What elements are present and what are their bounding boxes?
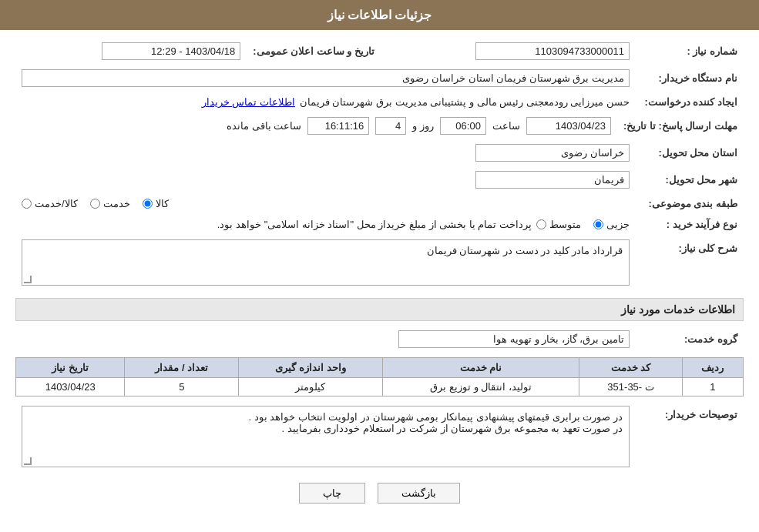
creator-label: ایجاد کننده درخواست: [636,93,744,111]
radio-goods-service-label: کالا/خدمت [35,198,78,209]
contact-link[interactable]: اطلاعات تماس خریدار [202,96,295,108]
need-number-label: شماره نیاز : [636,39,744,63]
col-name: نام خدمت [382,358,579,378]
radio-service[interactable] [90,199,100,209]
buyer-notes-line1: در صورت برابری قیمتهای پیشنهادی پیمانکار… [29,411,623,423]
info-table-buyer-notes: توصیحات خریدار: در صورت برابری قیمتهای پ… [15,403,744,470]
buyer-org-label: نام دستگاه خریدار: [636,66,744,90]
need-desc-value: قرارداد مادر کلید در دست در شهرستان فریم… [15,236,636,289]
category-label: طبقه بندی موضوعی: [636,195,744,212]
page-wrapper: جزئیات اطلاعات نیاز شماره نیاز : 1103094… [0,0,759,532]
province-label: استان محل تحویل: [636,141,744,165]
province-field: خراسان رضوی [475,144,630,162]
info-table-row2: نام دستگاه خریدار: مدیریت برق شهرستان فر… [15,66,744,90]
print-button[interactable]: چاپ [299,483,365,504]
deadline-time-field: 06:00 [440,117,486,135]
col-unit: واحد اندازه گیری [239,358,382,378]
cell-name: تولید، انتقال و توزیع برق [382,378,579,396]
purchase-radio-group: متوسط جزیی [536,219,630,230]
service-table: ردیف کد خدمت نام خدمت واحد اندازه گیری ت… [15,357,744,396]
info-table-service-group: گروه خدمت: تامین برق، گاز، بخار و تهویه … [15,327,744,351]
need-number-field: 1103094733000011 [475,42,630,60]
creator-text: حسن میرزایی رودمعجنی رئیس مالی و پشتیبان… [300,96,630,108]
province-value: خراسان رضوی [15,141,636,165]
page-header: جزئیات اطلاعات نیاز [0,0,759,30]
city-field: فریمان [475,171,630,189]
service-group-label: گروه خدمت: [636,327,744,351]
radio-goods-service[interactable] [22,199,32,209]
radio-goods[interactable] [143,199,153,209]
city-value: فریمان [15,168,636,192]
col-code: کد خدمت [579,358,682,378]
radio-goods-label: کالا [156,198,169,209]
buyer-notes-value: در صورت برابری قیمتهای پیشنهادی پیمانکار… [15,403,636,470]
purchase-type-value: متوسط جزیی پرداخت تمام یا بخشی از مبلغ خ… [15,216,636,233]
announce-date-field: 1403/04/18 - 12:29 [102,42,240,60]
purchase-type-label: نوع فرآیند خرید : [636,216,744,233]
deadline-date-field: 1403/04/23 [526,117,611,135]
info-table-row5: استان محل تحویل: خراسان رضوی [15,141,744,165]
radio-item-goods-service[interactable]: کالا/خدمت [22,198,78,209]
col-qty: تعداد / مقدار [125,358,239,378]
buyer-notes-line2: در صورت تعهد به مجموعه برق شهرستان از شر… [29,423,623,434]
radio-medium[interactable] [536,219,546,229]
need-desc-text: قرارداد مادر کلید در دست در شهرستان فریم… [427,245,623,256]
category-value: کالا/خدمت خدمت کالا [15,195,636,212]
cell-code: ت -35-351 [579,378,682,396]
cell-qty: 5 [125,378,239,396]
buyer-notes-label: توصیحات خریدار: [636,403,744,470]
button-row: بازگشت چاپ [15,483,744,504]
deadline-days-field: 4 [375,117,406,135]
category-radio-group: کالا/خدمت خدمت کالا [22,198,630,209]
main-content: شماره نیاز : 1103094733000011 تاریخ و سا… [0,30,759,525]
table-row: 1 ت -35-351 تولید، انتقال و توزیع برق کی… [16,378,744,396]
need-desc-label: شرح کلی نیاز: [636,236,744,289]
radio-medium-label: متوسط [549,219,581,230]
radio-item-goods[interactable]: کالا [143,198,169,209]
city-label: شهر محل تحویل: [636,168,744,192]
purchase-note: پرداخت تمام یا بخشی از مبلغ خریداز محل "… [217,219,532,230]
cell-unit: کیلومتر [239,378,382,396]
announce-date-value: 1403/04/18 - 12:29 [15,39,247,63]
deadline-days-label: روز و [412,120,434,132]
deadline-label: مهلت ارسال پاسخ: تا تاریخ: [617,114,744,138]
radio-partial-label: جزیی [606,219,630,230]
need-desc-box: قرارداد مادر کلید در دست در شهرستان فریم… [22,239,630,286]
col-row: ردیف [682,358,743,378]
notes-resize-handle [24,457,32,465]
need-number-value: 1103094733000011 [381,39,636,63]
deadline-remaining-field: 16:11:16 [307,117,369,135]
info-table-row7: طبقه بندی موضوعی: کالا/خدمت خدمت کالا [15,195,744,212]
creator-value: حسن میرزایی رودمعجنی رئیس مالی و پشتیبان… [15,93,636,111]
cell-date: 1403/04/23 [16,378,125,396]
radio-item-medium[interactable]: متوسط [536,219,581,230]
info-table-row6: شهر محل تحویل: فریمان [15,168,744,192]
deadline-value: 1403/04/23 ساعت 06:00 روز و 4 16:11:16 س… [15,114,617,138]
back-button[interactable]: بازگشت [378,483,460,504]
buyer-org-value: مدیریت برق شهرستان فریمان استان خراسان ر… [15,66,636,90]
radio-item-partial[interactable]: جزیی [593,219,630,230]
info-table-row1: شماره نیاز : 1103094733000011 تاریخ و سا… [15,39,744,63]
page-title: جزئیات اطلاعات نیاز [327,8,432,22]
radio-service-label: خدمت [103,198,130,209]
deadline-remaining-label: ساعت باقی مانده [227,120,301,132]
info-table-need-desc: شرح کلی نیاز: قرارداد مادر کلید در دست د… [15,236,744,289]
col-date: تاریخ نیاز [16,358,125,378]
service-group-value: تامین برق، گاز، بخار و تهویه هوا [15,327,636,351]
services-section-title: اطلاعات خدمات مورد نیاز [15,298,744,321]
resize-handle [24,276,32,283]
announce-date-label: تاریخ و ساعت اعلان عمومی: [247,39,381,63]
radio-item-service[interactable]: خدمت [90,198,130,209]
info-table-row4: مهلت ارسال پاسخ: تا تاریخ: 1403/04/23 سا… [15,114,744,138]
cell-row: 1 [682,378,743,396]
info-table-row8: نوع فرآیند خرید : متوسط جزیی [15,216,744,233]
service-group-field: تامین برق، گاز، بخار و تهویه هوا [398,330,630,348]
buyer-notes-box: در صورت برابری قیمتهای پیشنهادی پیمانکار… [22,406,630,467]
buyer-org-field: مدیریت برق شهرستان فریمان استان خراسان ر… [22,69,630,87]
deadline-time-label: ساعت [492,120,520,132]
info-table-row3: ایجاد کننده درخواست: حسن میرزایی رودمعجن… [15,93,744,111]
radio-partial[interactable] [593,219,603,229]
